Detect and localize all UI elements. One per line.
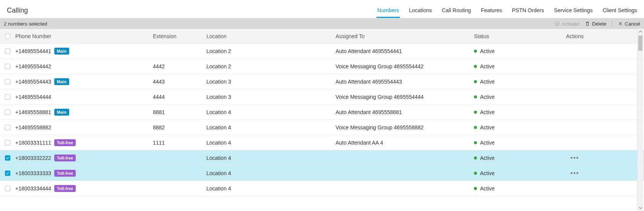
- tab-service-settings[interactable]: Service Settings: [553, 7, 594, 18]
- phone-number[interactable]: +14695554442: [15, 63, 51, 69]
- row-checkbox[interactable]: [5, 64, 10, 69]
- table-row[interactable]: +18003331111Toll-free1111Location 4Auto …: [0, 135, 644, 150]
- page-title: Calling: [7, 6, 28, 14]
- status-label: Active: [480, 155, 495, 161]
- col-header-extension[interactable]: Extension: [153, 33, 206, 39]
- scroll-down-icon[interactable]: [638, 205, 643, 211]
- phone-cell: +14695554442: [15, 63, 153, 69]
- row-checkbox-cell: [0, 94, 15, 100]
- phone-number[interactable]: +18003332222: [15, 155, 51, 161]
- status-cell: Active: [474, 109, 550, 115]
- status-cell: Active: [474, 124, 550, 130]
- actions-cell: •••: [550, 155, 599, 161]
- scrollbar[interactable]: [637, 29, 643, 211]
- col-header-assigned[interactable]: Assigned To: [336, 33, 474, 39]
- table-row[interactable]: +146955588828882Location 4Voice Messagin…: [0, 120, 644, 135]
- row-checkbox-cell: [0, 171, 15, 176]
- phone-cell: +18003333333Toll-free: [15, 170, 153, 177]
- table-header-row: Phone Number Extension Location Assigned…: [0, 29, 644, 43]
- extension-cell: 1111: [153, 140, 206, 146]
- phone-number[interactable]: +14695558882: [15, 124, 51, 130]
- status-cell: Active: [474, 48, 550, 54]
- status-cell: Active: [474, 63, 550, 69]
- tab-pstn-orders[interactable]: PSTN Orders: [511, 7, 545, 18]
- phone-cell: +18003334444Toll-free: [15, 185, 153, 192]
- tab-client-settings[interactable]: Client Settings: [602, 7, 638, 18]
- phone-number[interactable]: +14695554443: [15, 79, 51, 85]
- row-checkbox[interactable]: [5, 79, 10, 84]
- toll-free-badge: Toll-free: [54, 170, 76, 177]
- status-label: Active: [480, 94, 495, 100]
- phone-number[interactable]: +18003334444: [15, 185, 51, 192]
- status-cell: Active: [474, 79, 550, 85]
- col-header-phone[interactable]: Phone Number: [15, 33, 153, 39]
- status-label: Active: [480, 63, 495, 69]
- status-cell: Active: [474, 185, 550, 192]
- location-cell: Location 4: [206, 109, 336, 115]
- selection-bar: 2 numbers selected Activate Delete Cance…: [0, 18, 644, 29]
- assigned-cell: Voice Messaging Group 4695554444: [336, 94, 474, 100]
- row-checkbox[interactable]: [5, 186, 10, 191]
- tab-bar: NumbersLocationsCall RoutingFeaturesPSTN…: [376, 3, 638, 18]
- status-dot-icon: [474, 65, 477, 68]
- row-checkbox[interactable]: [5, 171, 10, 176]
- main-badge: Main: [54, 78, 69, 85]
- table-row[interactable]: +146955544444444Location 3Voice Messagin…: [0, 89, 644, 105]
- scroll-up-icon[interactable]: [638, 29, 643, 35]
- col-header-location[interactable]: Location: [206, 33, 336, 39]
- assigned-cell: Auto Attendant 4695558881: [336, 109, 474, 115]
- phone-cell: +14695554441Main: [15, 48, 153, 55]
- row-checkbox-cell: [0, 48, 15, 54]
- row-checkbox-cell: [0, 64, 15, 69]
- table-row[interactable]: +14695554441MainLocation 2Auto Attendant…: [0, 43, 644, 59]
- table-row[interactable]: +146955544424442Location 2Voice Messagin…: [0, 59, 644, 74]
- phone-number[interactable]: +18003331111: [15, 140, 51, 146]
- tab-call-routing[interactable]: Call Routing: [441, 7, 472, 18]
- row-checkbox[interactable]: [5, 140, 10, 145]
- tab-locations[interactable]: Locations: [408, 7, 433, 18]
- delete-button[interactable]: Delete: [585, 21, 607, 27]
- table-row[interactable]: +14695558881Main8881Location 4Auto Atten…: [0, 105, 644, 120]
- scroll-thumb[interactable]: [638, 35, 642, 51]
- phone-cell: +18003331111Toll-free: [15, 139, 153, 146]
- more-actions-icon[interactable]: •••: [571, 170, 579, 177]
- numbers-table: Phone Number Extension Location Assigned…: [0, 29, 644, 196]
- assigned-cell: Auto Attendant 4695554443: [336, 79, 474, 85]
- location-cell: Location 2: [206, 63, 336, 69]
- status-dot-icon: [474, 141, 477, 144]
- row-checkbox[interactable]: [5, 94, 10, 100]
- table-row[interactable]: +18003334444Toll-freeLocation 4Active: [0, 181, 644, 196]
- status-label: Active: [480, 185, 495, 192]
- phone-number[interactable]: +14695554444: [15, 94, 51, 100]
- cancel-button[interactable]: Cancel: [618, 21, 640, 27]
- table-row[interactable]: +14695554443Main4443Location 3Auto Atten…: [0, 74, 644, 89]
- tab-numbers[interactable]: Numbers: [376, 7, 400, 18]
- status-dot-icon: [474, 126, 477, 129]
- col-header-status[interactable]: Status: [474, 33, 550, 39]
- row-checkbox[interactable]: [5, 125, 10, 130]
- more-actions-icon[interactable]: •••: [571, 155, 579, 161]
- table-row[interactable]: +18003333333Toll-freeLocation 4Active•••: [0, 166, 644, 181]
- main-badge: Main: [54, 109, 69, 116]
- status-label: Active: [480, 48, 495, 54]
- activate-label: Activate: [562, 21, 579, 27]
- status-dot-icon: [474, 95, 477, 98]
- phone-number[interactable]: +14695554441: [15, 48, 51, 54]
- row-checkbox[interactable]: [5, 155, 10, 161]
- row-checkbox[interactable]: [5, 110, 10, 115]
- extension-cell: 4443: [153, 79, 206, 85]
- cancel-label: Cancel: [625, 21, 640, 27]
- select-all-checkbox[interactable]: [5, 34, 10, 39]
- main-badge: Main: [54, 48, 69, 55]
- status-cell: Active: [474, 140, 550, 146]
- status-dot-icon: [474, 50, 477, 53]
- close-icon: [618, 21, 623, 26]
- selection-summary: 2 numbers selected: [4, 21, 47, 27]
- row-checkbox[interactable]: [5, 48, 10, 54]
- location-cell: Location 4: [206, 155, 336, 161]
- phone-number[interactable]: +18003333333: [15, 170, 51, 176]
- tab-features[interactable]: Features: [480, 7, 503, 18]
- table-row[interactable]: +18003332222Toll-freeLocation 4Active•••: [0, 150, 644, 166]
- phone-number[interactable]: +14695558881: [15, 109, 51, 115]
- toll-free-badge: Toll-free: [54, 139, 76, 146]
